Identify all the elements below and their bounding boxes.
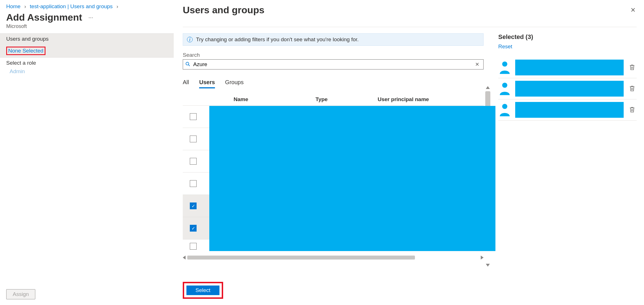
column-type[interactable]: Type (316, 96, 378, 103)
search-label: Search (183, 52, 484, 58)
none-selected-link[interactable]: None Selected (8, 48, 43, 54)
chevron-right-icon: › (22, 3, 28, 9)
svg-point-5 (502, 83, 507, 88)
more-options-icon[interactable]: ··· (88, 14, 93, 21)
redacted-content (515, 81, 624, 97)
column-upn[interactable]: User principal name (378, 96, 484, 103)
row-checkbox[interactable] (190, 136, 197, 142)
selected-item (498, 57, 637, 78)
remove-selected-button[interactable] (628, 83, 637, 94)
breadcrumb-app[interactable]: test-application | Users and groups (30, 3, 113, 9)
search-icon (185, 62, 190, 67)
info-text: Try changing or adding filters if you do… (196, 36, 359, 43)
column-name[interactable]: Name (234, 96, 316, 103)
select-button[interactable]: Select (186, 286, 219, 295)
page-title: Add Assignment (6, 12, 82, 23)
none-selected-highlight: None Selected (6, 47, 45, 55)
select-button-highlight: Select (183, 282, 223, 299)
tab-all[interactable]: All (183, 79, 189, 88)
svg-line-1 (188, 65, 190, 66)
selected-title: Selected (3) (498, 33, 637, 41)
breadcrumb-home[interactable]: Home (6, 3, 21, 9)
selected-item (498, 99, 637, 121)
breadcrumb: Home › test-application | Users and grou… (0, 0, 174, 12)
clear-search-icon[interactable]: ✕ (473, 61, 481, 68)
row-checkbox[interactable]: ✓ (190, 202, 197, 209)
page-subtitle: Microsoft (0, 23, 174, 33)
svg-point-2 (502, 62, 507, 67)
avatar-icon (498, 80, 511, 97)
row-checkbox[interactable] (190, 158, 197, 165)
selected-item (498, 78, 637, 99)
search-input[interactable] (193, 61, 471, 68)
role-value[interactable]: Admin (0, 67, 174, 76)
row-checkbox[interactable] (190, 180, 197, 187)
tab-users[interactable]: Users (199, 79, 215, 88)
row-checkbox[interactable]: ✓ (190, 225, 197, 232)
svg-point-8 (502, 104, 507, 109)
redacted-content (209, 106, 495, 251)
users-groups-section-label: Users and groups (0, 34, 174, 44)
blade-title: Users and groups (183, 5, 264, 16)
tab-groups[interactable]: Groups (225, 79, 244, 88)
svg-point-0 (186, 62, 189, 65)
select-role-label: Select a role (0, 58, 174, 67)
search-input-wrapper[interactable]: ✕ (183, 59, 484, 69)
avatar-icon (498, 59, 511, 76)
row-checkbox[interactable] (190, 113, 197, 120)
info-banner: i Try changing or adding filters if you … (183, 33, 484, 46)
avatar-icon (498, 102, 511, 118)
remove-selected-button[interactable] (628, 62, 637, 73)
row-checkbox[interactable] (190, 243, 197, 250)
results-table: Name Type User principal name ✓✓ (183, 93, 484, 277)
redacted-content (515, 102, 624, 118)
assign-button[interactable]: Assign (6, 289, 35, 299)
divider (183, 27, 637, 27)
redacted-content (515, 60, 624, 75)
reset-link[interactable]: Reset (498, 43, 512, 50)
info-icon: i (187, 37, 193, 42)
remove-selected-button[interactable] (628, 104, 637, 116)
chevron-right-icon: › (114, 3, 120, 9)
close-icon[interactable]: ✕ (629, 5, 637, 15)
horizontal-scrollbar[interactable] (183, 254, 484, 261)
